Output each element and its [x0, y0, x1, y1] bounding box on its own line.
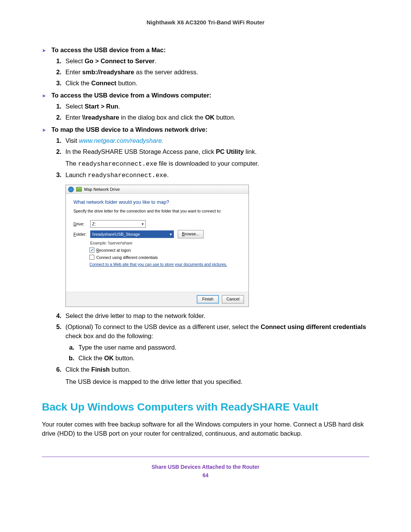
dialog-heading: What network folder would you like to ma… [73, 199, 241, 205]
step: Click the Finish button. The USB device … [63, 365, 369, 387]
step: Visit www.netgear.com/readyshare. [63, 136, 369, 145]
step: (Optional) To connect to the USB device … [63, 323, 369, 363]
folder-label: Folder: [73, 232, 90, 236]
back-icon [68, 187, 74, 192]
step: Launch readyshareconnect.exe. [63, 171, 369, 180]
procedure-title: To access the USB device from a Windows … [51, 92, 211, 99]
body-paragraph: Your router comes with free backup softw… [42, 420, 369, 438]
step: Select Go > Connect to Server. [63, 57, 369, 66]
footer-chapter: Share USB Devices Attached to the Router [42, 464, 369, 470]
step: Enter \\readyshare in the dialog box and… [63, 113, 369, 122]
readyshare-link: www.netgear.com/readyshare. [79, 137, 163, 144]
procedure-heading-windows: ➤ To access the USB device from a Window… [42, 92, 369, 99]
chevron-icon: ➤ [42, 127, 46, 133]
cancel-button[interactable]: Cancel [222, 295, 244, 304]
finish-button[interactable]: Finish [197, 295, 219, 304]
footer-page-number: 64 [42, 472, 369, 478]
checkbox-checked-icon: ✔ [89, 248, 94, 252]
checkbox-unchecked-icon [89, 255, 94, 260]
substep: Type the user name and password. [76, 343, 369, 352]
procedure-title: To map the USB device to a Windows netwo… [51, 126, 207, 133]
chevron-icon: ➤ [42, 93, 46, 99]
footer-rule [42, 457, 369, 457]
reconnect-checkbox-row[interactable]: ✔ Reconnect at logon [89, 248, 241, 252]
folder-select[interactable]: \\readyshare\USB_Storage [90, 230, 174, 238]
diff-credentials-checkbox-row[interactable]: Connect using different credentials [89, 255, 241, 260]
doc-header: Nighthawk X6 AC3200 Tri-Band WiFi Router [42, 19, 369, 26]
connect-website-link[interactable]: Connect to a Web site that you can use t… [89, 262, 241, 267]
procedure-title: To access the USB device from a Mac: [51, 46, 166, 54]
drive-label: Drive: [73, 222, 90, 226]
procedure-heading-mac: ➤ To access the USB device from a Mac: [42, 46, 369, 54]
substep: Click the OK button. [76, 354, 369, 363]
step: Select the drive letter to map to the ne… [63, 312, 369, 321]
dialog-title: Map Network Drive [84, 187, 120, 192]
dialog-subtext: Specify the drive letter for the connect… [73, 209, 241, 213]
step: In the ReadySHARE USB Storage Access pan… [63, 147, 369, 169]
drive-select[interactable]: Z: [90, 220, 146, 228]
map-network-drive-dialog: Map Network Drive What network folder wo… [65, 185, 249, 307]
procedure-heading-map: ➤ To map the USB device to a Windows net… [42, 126, 369, 133]
folder-example: Example: \\server\share [90, 241, 241, 245]
chevron-icon: ➤ [42, 48, 46, 53]
dialog-titlebar: Map Network Drive [66, 185, 249, 194]
step: Select Start > Run. [63, 102, 369, 111]
step: Enter smb://readyshare as the server add… [63, 68, 369, 77]
drive-icon [76, 187, 82, 192]
step: Click the Connect button. [63, 79, 369, 88]
section-heading-readyshare-vault: Back Up Windows Computers with ReadySHAR… [42, 401, 369, 413]
browse-button[interactable]: BBrowse...rowse... [178, 230, 204, 238]
